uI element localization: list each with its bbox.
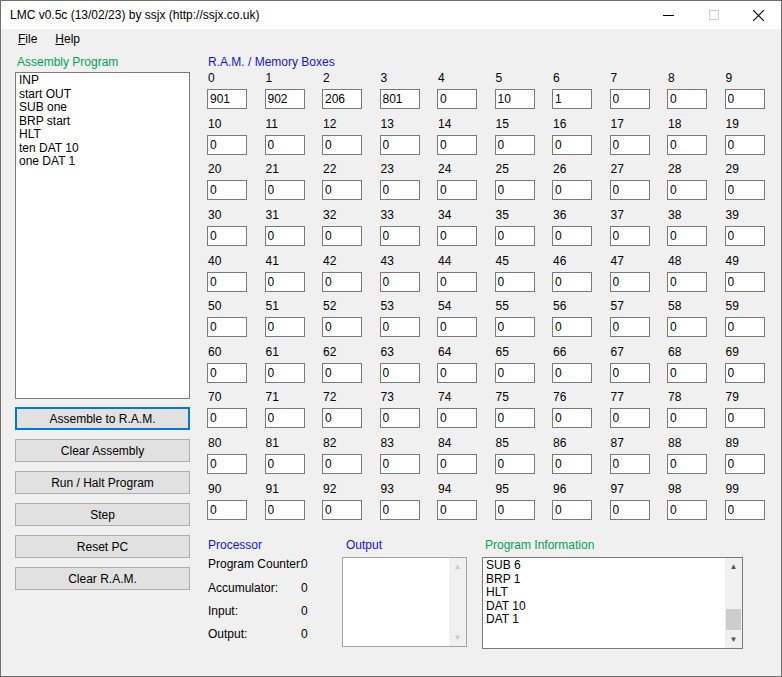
memory-cell-input[interactable] bbox=[265, 180, 305, 200]
memory-cell-input[interactable] bbox=[495, 363, 535, 383]
program-info-line[interactable]: HLT bbox=[483, 586, 725, 600]
program-info-scrollbar[interactable]: ▲ ▼ bbox=[725, 558, 742, 648]
memory-cell-input[interactable] bbox=[265, 363, 305, 383]
memory-cell-input[interactable] bbox=[265, 317, 305, 337]
memory-cell-input[interactable] bbox=[725, 363, 765, 383]
memory-cell-input[interactable] bbox=[207, 408, 247, 428]
memory-cell-input[interactable] bbox=[495, 226, 535, 246]
memory-cell-input[interactable] bbox=[552, 454, 592, 474]
memory-cell-input[interactable] bbox=[380, 408, 420, 428]
memory-cell-input[interactable] bbox=[265, 454, 305, 474]
scrollbar-thumb[interactable] bbox=[726, 609, 741, 630]
memory-cell-input[interactable] bbox=[322, 180, 362, 200]
memory-cell-input[interactable] bbox=[552, 363, 592, 383]
memory-cell-input[interactable] bbox=[610, 272, 650, 292]
menu-help[interactable]: Help bbox=[46, 30, 89, 48]
program-info-line[interactable]: BRP 1 bbox=[483, 573, 725, 587]
memory-cell-input[interactable] bbox=[667, 363, 707, 383]
memory-cell-input[interactable] bbox=[610, 135, 650, 155]
memory-cell-input[interactable] bbox=[380, 272, 420, 292]
scroll-down-icon[interactable]: ▼ bbox=[725, 631, 742, 648]
output-box[interactable]: ▲ ▼ bbox=[342, 557, 467, 647]
memory-cell-input[interactable] bbox=[495, 272, 535, 292]
memory-cell-input[interactable] bbox=[265, 500, 305, 520]
memory-cell-input[interactable] bbox=[437, 408, 477, 428]
memory-cell-input[interactable] bbox=[207, 226, 247, 246]
program-info-line[interactable]: SUB 6 bbox=[483, 559, 725, 573]
memory-cell-input[interactable] bbox=[380, 89, 420, 109]
program-info-line[interactable]: DAT 10 bbox=[483, 600, 725, 614]
memory-cell-input[interactable] bbox=[610, 454, 650, 474]
program-info-line[interactable]: DAT 1 bbox=[483, 613, 725, 627]
memory-cell-input[interactable] bbox=[437, 135, 477, 155]
memory-cell-input[interactable] bbox=[725, 454, 765, 474]
memory-cell-input[interactable] bbox=[322, 363, 362, 383]
assembly-line[interactable]: BRP start bbox=[16, 115, 189, 129]
memory-cell-input[interactable] bbox=[610, 363, 650, 383]
memory-cell-input[interactable] bbox=[437, 454, 477, 474]
memory-cell-input[interactable] bbox=[322, 317, 362, 337]
memory-cell-input[interactable] bbox=[495, 317, 535, 337]
memory-cell-input[interactable] bbox=[207, 317, 247, 337]
memory-cell-input[interactable] bbox=[495, 408, 535, 428]
memory-cell-input[interactable] bbox=[437, 226, 477, 246]
memory-cell-input[interactable] bbox=[207, 363, 247, 383]
memory-cell-input[interactable] bbox=[265, 272, 305, 292]
step-button[interactable]: Step bbox=[15, 503, 190, 526]
memory-cell-input[interactable] bbox=[265, 226, 305, 246]
memory-cell-input[interactable] bbox=[380, 226, 420, 246]
scroll-up-icon[interactable]: ▲ bbox=[449, 558, 466, 575]
memory-cell-input[interactable] bbox=[725, 500, 765, 520]
memory-cell-input[interactable] bbox=[610, 408, 650, 428]
memory-cell-input[interactable] bbox=[495, 500, 535, 520]
memory-cell-input[interactable] bbox=[380, 135, 420, 155]
memory-cell-input[interactable] bbox=[495, 89, 535, 109]
maximize-button[interactable] bbox=[691, 1, 736, 29]
reset-pc-button[interactable]: Reset PC bbox=[15, 535, 190, 558]
memory-cell-input[interactable] bbox=[207, 180, 247, 200]
memory-cell-input[interactable] bbox=[552, 135, 592, 155]
assembly-line[interactable]: one DAT 1 bbox=[16, 155, 189, 169]
memory-cell-input[interactable] bbox=[495, 180, 535, 200]
assembly-line[interactable]: SUB one bbox=[16, 101, 189, 115]
clear-assembly-button[interactable]: Clear Assembly bbox=[15, 439, 190, 462]
memory-cell-input[interactable] bbox=[265, 408, 305, 428]
memory-cell-input[interactable] bbox=[552, 180, 592, 200]
scroll-up-icon[interactable]: ▲ bbox=[725, 558, 742, 575]
close-button[interactable] bbox=[736, 1, 781, 29]
memory-cell-input[interactable] bbox=[610, 180, 650, 200]
memory-cell-input[interactable] bbox=[610, 226, 650, 246]
memory-cell-input[interactable] bbox=[667, 454, 707, 474]
memory-cell-input[interactable] bbox=[552, 317, 592, 337]
memory-cell-input[interactable] bbox=[667, 180, 707, 200]
memory-cell-input[interactable] bbox=[610, 89, 650, 109]
memory-cell-input[interactable] bbox=[552, 272, 592, 292]
memory-cell-input[interactable] bbox=[725, 408, 765, 428]
memory-cell-input[interactable] bbox=[207, 454, 247, 474]
memory-cell-input[interactable] bbox=[552, 226, 592, 246]
memory-cell-input[interactable] bbox=[552, 408, 592, 428]
assembly-line[interactable]: start OUT bbox=[16, 88, 189, 102]
memory-cell-input[interactable] bbox=[552, 500, 592, 520]
minimize-button[interactable] bbox=[646, 1, 691, 29]
memory-cell-input[interactable] bbox=[667, 272, 707, 292]
memory-cell-input[interactable] bbox=[725, 135, 765, 155]
memory-cell-input[interactable] bbox=[322, 272, 362, 292]
memory-cell-input[interactable] bbox=[322, 454, 362, 474]
memory-cell-input[interactable] bbox=[437, 89, 477, 109]
memory-cell-input[interactable] bbox=[552, 89, 592, 109]
memory-cell-input[interactable] bbox=[725, 226, 765, 246]
scroll-down-icon[interactable]: ▼ bbox=[449, 629, 466, 646]
memory-cell-input[interactable] bbox=[380, 317, 420, 337]
memory-cell-input[interactable] bbox=[380, 180, 420, 200]
memory-cell-input[interactable] bbox=[380, 454, 420, 474]
memory-cell-input[interactable] bbox=[667, 89, 707, 109]
memory-cell-input[interactable] bbox=[610, 500, 650, 520]
memory-cell-input[interactable] bbox=[380, 500, 420, 520]
memory-cell-input[interactable] bbox=[725, 317, 765, 337]
program-information-box[interactable]: SUB 6BRP 1HLTDAT 10DAT 1 ▲ ▼ bbox=[482, 557, 743, 649]
memory-cell-input[interactable] bbox=[207, 89, 247, 109]
memory-cell-input[interactable] bbox=[725, 89, 765, 109]
memory-cell-input[interactable] bbox=[437, 317, 477, 337]
memory-cell-input[interactable] bbox=[380, 363, 420, 383]
